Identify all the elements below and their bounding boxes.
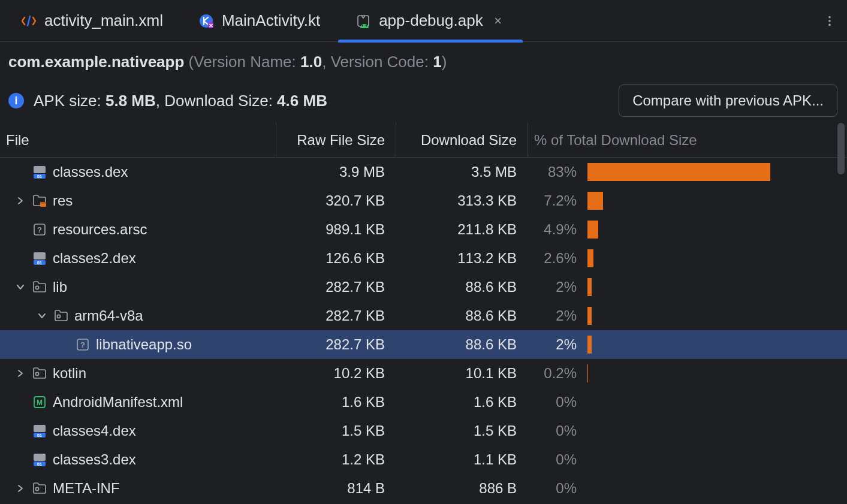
download-size-cell: 88.6 KB [396,307,528,324]
table-row[interactable]: arm64-v8a282.7 KB88.6 KB2% [0,301,847,330]
percent-cell: 0% [528,422,587,439]
percent-bar [587,278,847,296]
percent-cell: 83% [528,164,587,180]
expander-placeholder [58,339,70,351]
close-tab-icon[interactable]: × [492,14,505,28]
unknown-icon [76,337,90,352]
percent-bar [587,451,847,469]
apk-header: com.example.nativeapp (Version Name: 1.0… [0,42,847,123]
editor-tab[interactable]: MainActivity.kt [181,0,338,42]
table-row[interactable]: classes2.dex126.6 KB113.2 KB2.6% [0,244,847,273]
table-row[interactable]: AndroidManifest.xml1.6 KB1.6 KB0% [0,388,847,417]
package-line: com.example.nativeapp (Version Name: 1.0… [8,53,837,71]
tab-label: activity_main.xml [44,11,163,30]
percent-cell: 7.2% [528,192,587,209]
apk-contents-table: File Raw File Size Download Size % of To… [0,123,847,503]
apk-size-summary: APK size: 5.8 MB, Download Size: 4.6 MB [34,92,327,110]
chevron-right-icon[interactable] [14,195,26,207]
file-name: libnativeapp.so [96,336,192,353]
expander-placeholder [14,224,26,236]
file-name: arm64-v8a [74,307,143,324]
table-row[interactable]: resources.arsc989.1 KB211.8 KB4.9% [0,215,847,244]
download-size-cell: 88.6 KB [396,279,528,295]
chevron-down-icon[interactable] [14,281,26,293]
download-size-cell: 3.5 MB [396,164,528,180]
svg-point-2 [828,23,831,26]
percent-bar [587,307,847,325]
percent-bar [587,336,847,354]
table-row[interactable]: classes3.dex1.2 KB1.1 KB0% [0,445,847,474]
download-size-cell: 10.1 KB [396,365,528,382]
editor-tab-bar: activity_main.xmlMainActivity.ktapp-debu… [0,0,847,42]
tab-label: MainActivity.kt [222,11,320,30]
file-name: classes4.dex [53,422,136,439]
percent-bar [587,249,847,267]
editor-tab[interactable]: app-debug.apk× [338,0,522,42]
file-name: META-INF [53,480,120,497]
col-file[interactable]: File [0,132,276,149]
file-name: AndroidManifest.xml [53,394,183,411]
file-name: classes2.dex [53,250,136,267]
table-row[interactable]: classes.dex3.9 MB3.5 MB83% [0,158,847,186]
table-row[interactable]: kotlin10.2 KB10.1 KB0.2% [0,359,847,388]
percent-cell: 2% [528,279,587,295]
unknown-icon [32,222,47,237]
raw-size-cell: 814 B [276,480,396,497]
table-row[interactable]: res320.7 KB313.3 KB7.2% [0,186,847,215]
dex-icon [32,452,47,467]
table-row[interactable]: META-INF814 B886 B0% [0,474,847,503]
tab-overflow-button[interactable] [816,7,843,35]
raw-size-cell: 320.7 KB [276,192,396,209]
tab-label: app-debug.apk [379,11,483,30]
download-size-cell: 1.6 KB [396,394,528,411]
percent-bar [587,221,847,239]
xml-file-icon [22,14,36,28]
dex-icon [32,424,47,438]
percent-cell: 2.6% [528,250,587,267]
folder-icon [54,309,68,323]
package-name: com.example.nativeapp [8,53,184,71]
kt-file-icon [199,14,213,28]
expander-placeholder [14,396,26,408]
folder-res-icon [32,194,47,208]
expander-placeholder [14,252,26,264]
raw-size-cell: 989.1 KB [276,221,396,238]
raw-size-cell: 282.7 KB [276,307,396,324]
table-row[interactable]: classes4.dex1.5 KB1.5 KB0% [0,417,847,445]
raw-size-cell: 10.2 KB [276,365,396,382]
file-name: resources.arsc [53,221,147,238]
col-dl-size[interactable]: Download Size [396,123,528,157]
percent-cell: 4.9% [528,221,587,238]
percent-cell: 0% [528,451,587,468]
folder-icon [32,481,47,496]
col-raw-size[interactable]: Raw File Size [276,123,396,157]
download-size-cell: 886 B [396,480,528,497]
download-size-cell: 313.3 KB [396,192,528,209]
table-row[interactable]: lib282.7 KB88.6 KB2% [0,273,847,301]
download-size-cell: 211.8 KB [396,221,528,238]
dex-icon [32,251,47,265]
expander-placeholder [14,454,26,466]
percent-bar [587,393,847,411]
info-icon: i [8,93,24,108]
percent-cell: 2% [528,307,587,324]
compare-apk-button[interactable]: Compare with previous APK... [619,84,837,117]
percent-bar [587,163,847,181]
chevron-right-icon[interactable] [14,482,26,494]
raw-size-cell: 282.7 KB [276,336,396,353]
col-pct[interactable]: % of Total Download Size [528,123,847,157]
download-size-cell: 113.2 KB [396,250,528,267]
vertical-scrollbar[interactable] [836,123,846,503]
download-size-cell: 88.6 KB [396,336,528,353]
folder-icon [32,280,47,294]
percent-cell: 0.2% [528,365,587,382]
chevron-right-icon[interactable] [14,367,26,379]
dex-icon [32,165,47,179]
percent-cell: 2% [528,336,587,353]
svg-point-0 [828,16,831,18]
editor-tab[interactable]: activity_main.xml [4,0,181,42]
table-row[interactable]: libnativeapp.so282.7 KB88.6 KB2% [0,330,847,359]
chevron-down-icon[interactable] [36,310,48,322]
download-size-cell: 1.5 KB [396,422,528,439]
download-size-cell: 1.1 KB [396,451,528,468]
